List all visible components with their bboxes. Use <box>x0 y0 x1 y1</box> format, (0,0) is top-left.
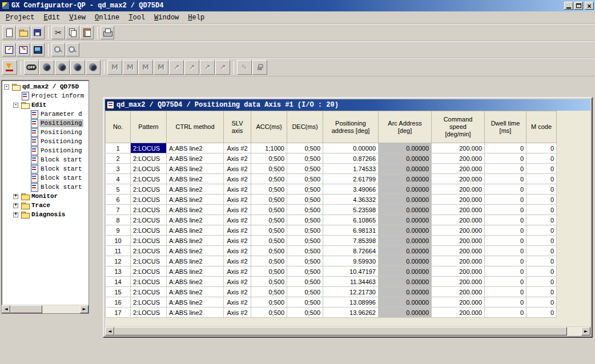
cell-r4-c7[interactable]: 0.00000 <box>379 174 432 184</box>
collapse-icon[interactable]: - <box>13 103 18 108</box>
cell-r12-c2[interactable]: A:ABS line2 <box>167 256 224 266</box>
cell-r6-c7[interactable]: 0.00000 <box>379 195 432 205</box>
cell-r16-c0[interactable]: 16 <box>106 297 131 308</box>
cell-r10-c3[interactable]: Axis #2 <box>224 236 251 246</box>
cell-r8-c10[interactable]: 0 <box>526 215 557 225</box>
cell-r5-c0[interactable]: 5 <box>106 184 131 195</box>
cell-r15-c4[interactable]: 0;500 <box>251 287 287 297</box>
cell-r2-c4[interactable]: 0;500 <box>251 153 287 164</box>
tree-item-edit[interactable]: -Edit <box>2 100 89 110</box>
tree-scroll-left-button[interactable] <box>2 305 10 313</box>
cell-r14-c7[interactable]: 0.00000 <box>379 277 432 287</box>
column-header-slv[interactable]: SLV axis <box>224 111 251 143</box>
tree-item-block-start[interactable]: Block start <box>2 164 89 173</box>
cell-r5-c5[interactable]: 0;500 <box>287 184 323 195</box>
cell-r5-c3[interactable]: Axis #2 <box>224 184 251 195</box>
column-header-positioning[interactable]: Positioning address [deg] <box>323 111 379 143</box>
cell-r4-c5[interactable]: 0;500 <box>287 174 323 184</box>
column-header-acc-ms[interactable]: ACC(ms) <box>251 111 287 143</box>
cell-r13-c1[interactable]: 2:LOCUS <box>131 266 167 277</box>
cell-r7-c8[interactable]: 200.000 <box>432 205 485 215</box>
m-code-4-button[interactable]: M <box>154 60 168 75</box>
cell-r13-c8[interactable]: 200.000 <box>432 266 485 277</box>
cell-r5-c7[interactable]: 0.00000 <box>379 184 432 195</box>
cell-r3-c4[interactable]: 0;500 <box>251 164 287 174</box>
off-toggle-button[interactable] <box>24 60 39 75</box>
cell-r15-c3[interactable]: Axis #2 <box>224 287 251 297</box>
cell-r4-c9[interactable]: 0 <box>485 174 526 184</box>
cell-r5-c8[interactable]: 200.000 <box>432 184 485 195</box>
cell-r3-c9[interactable]: 0 <box>485 164 526 174</box>
cell-r16-c4[interactable]: 0;500 <box>251 297 287 308</box>
jog-4-button[interactable]: ↗ <box>215 60 230 75</box>
cell-r6-c0[interactable]: 6 <box>106 195 131 205</box>
tree-item-positioning[interactable]: Positioning <box>2 146 89 155</box>
cell-r14-c1[interactable]: 2:LOCUS <box>131 277 167 287</box>
tree-item-block-start[interactable]: Block start <box>2 173 89 183</box>
paste-button[interactable] <box>80 26 94 39</box>
cell-r9-c1[interactable]: 2:LOCUS <box>131 225 167 236</box>
expand-icon[interactable]: + <box>13 194 18 199</box>
cell-r12-c5[interactable]: 0;500 <box>287 256 323 266</box>
cell-r4-c2[interactable]: A:ABS line2 <box>167 174 224 184</box>
cell-r12-c4[interactable]: 0;500 <box>251 256 287 266</box>
cell-r5-c10[interactable]: 0 <box>526 184 557 195</box>
column-header-dwell-time[interactable]: Dwell time [ms] <box>485 111 526 143</box>
cell-r6-c10[interactable]: 0 <box>526 195 557 205</box>
cell-r16-c9[interactable]: 0 <box>485 297 526 308</box>
tree-item-qd-max2-qd75d[interactable]: -qd_max2 / QD75D <box>2 82 89 91</box>
cut-button[interactable] <box>51 26 65 39</box>
save-button[interactable] <box>31 26 45 39</box>
tree-item-diagnosis[interactable]: +Diagnosis <box>2 210 89 219</box>
cell-r8-c4[interactable]: 0;500 <box>251 215 287 225</box>
cell-r11-c6[interactable]: 8.72664 <box>323 246 379 256</box>
tree-item-parameter-d[interactable]: Parameter d <box>2 110 89 119</box>
m-code-2-button[interactable]: M <box>123 60 138 75</box>
cell-r17-c0[interactable]: 17 <box>106 308 131 318</box>
cell-r1-c9[interactable]: 0 <box>485 143 526 153</box>
cell-r5-c9[interactable]: 0 <box>485 184 526 195</box>
cell-r4-c3[interactable]: Axis #2 <box>224 174 251 184</box>
cell-r10-c4[interactable]: 0;500 <box>251 236 287 246</box>
table-scroll-left-button[interactable] <box>105 327 114 335</box>
cell-r11-c10[interactable]: 0 <box>526 246 557 256</box>
cell-r12-c6[interactable]: 9.59930 <box>323 256 379 266</box>
column-header-ctrl-method[interactable]: CTRL method <box>167 111 224 143</box>
cell-r12-c1[interactable]: 2:LOCUS <box>131 256 167 266</box>
close-button[interactable] <box>585 2 594 10</box>
tree-scroll-right-button[interactable] <box>80 305 89 313</box>
cell-r1-c10[interactable]: 0 <box>526 143 557 153</box>
tree-item-positioning[interactable]: Positioning <box>2 128 89 137</box>
check-data-button[interactable] <box>2 43 16 56</box>
cell-r8-c9[interactable]: 0 <box>485 215 526 225</box>
cell-r11-c0[interactable]: 11 <box>106 246 131 256</box>
m-code-1-button[interactable]: M <box>107 60 122 75</box>
cell-r6-c3[interactable]: Axis #2 <box>224 195 251 205</box>
tree-item-monitor[interactable]: +Monitor <box>2 192 89 201</box>
cell-r9-c9[interactable]: 0 <box>485 225 526 236</box>
menu-item-tool[interactable]: Tool <box>124 13 150 23</box>
cell-r13-c4[interactable]: 0;500 <box>251 266 287 277</box>
cell-r11-c5[interactable]: 0;500 <box>287 246 323 256</box>
cell-r7-c6[interactable]: 5.23598 <box>323 205 379 215</box>
cell-r5-c6[interactable]: 3.49066 <box>323 184 379 195</box>
cell-r7-c3[interactable]: Axis #2 <box>224 205 251 215</box>
monitor-1-button[interactable] <box>39 60 54 75</box>
cell-r14-c8[interactable]: 200.000 <box>432 277 485 287</box>
menu-item-view[interactable]: View <box>65 13 90 23</box>
cell-r2-c0[interactable]: 2 <box>106 153 131 164</box>
cell-r15-c0[interactable]: 15 <box>106 287 131 297</box>
cell-r6-c5[interactable]: 0;500 <box>287 195 323 205</box>
copy-button[interactable] <box>66 26 79 39</box>
cell-r10-c1[interactable]: 2:LOCUS <box>131 236 167 246</box>
cell-r15-c6[interactable]: 12.21730 <box>323 287 379 297</box>
cell-r9-c3[interactable]: Axis #2 <box>224 225 251 236</box>
cell-r7-c2[interactable]: A:ABS line2 <box>167 205 224 215</box>
module-write-button[interactable] <box>31 43 45 56</box>
maximize-button[interactable] <box>574 2 583 10</box>
cell-r2-c7[interactable]: 0.00000 <box>379 153 432 164</box>
cell-r12-c0[interactable]: 12 <box>106 256 131 266</box>
cell-r8-c6[interactable]: 6.10865 <box>323 215 379 225</box>
cell-r2-c10[interactable]: 0 <box>526 153 557 164</box>
cell-r17-c3[interactable]: Axis #2 <box>224 308 251 318</box>
